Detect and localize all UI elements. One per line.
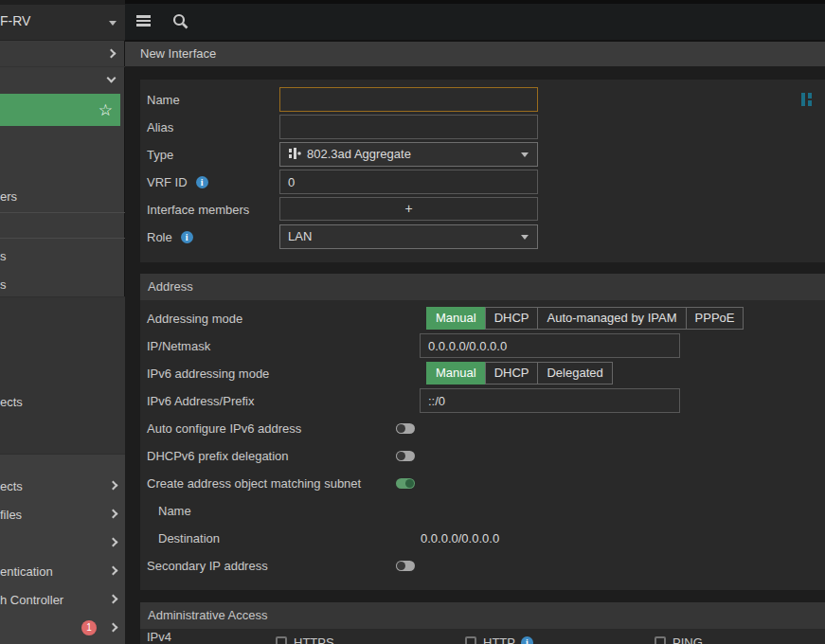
info-icon[interactable] (521, 636, 533, 644)
chevron-right-icon (109, 510, 118, 519)
sidebar-item[interactable] (0, 528, 125, 557)
alias-label: Alias (147, 114, 173, 141)
segment-dhcp[interactable]: DHCP (485, 307, 539, 330)
device-name: F-RV (0, 13, 30, 28)
secondary-ip-toggle[interactable] (396, 561, 415, 571)
sidebar-item[interactable]: entication (0, 557, 125, 585)
object-destination-label: Destination (158, 525, 220, 552)
interface-form-panel: Name Alias Type (140, 80, 825, 262)
segment-manual[interactable]: Manual (426, 307, 486, 330)
sidebar-item-label: ers (0, 189, 17, 204)
sidebar-item[interactable]: s (0, 270, 125, 298)
favorite-star-icon[interactable]: ☆ (99, 100, 113, 120)
https-label: HTTPS (294, 636, 334, 644)
ping-label: PING (673, 636, 703, 644)
ping-checkbox[interactable] (655, 636, 666, 644)
sidebar-divider (0, 238, 125, 239)
segment-ipv6-delegated[interactable]: Delegated (537, 362, 612, 385)
address-panel: Addressing mode Manual DHCP Auto-managed… (140, 300, 825, 590)
auto-ipv6-toggle[interactable] (396, 423, 415, 434)
ipv4-label: IPv4 (147, 630, 171, 644)
vrf-label: VRF ID (147, 169, 208, 196)
ip-netmask-input[interactable] (420, 333, 680, 358)
sidebar-submenu-block: ects (0, 296, 125, 454)
create-address-object-toggle[interactable] (396, 478, 415, 489)
notification-badge: 1 (81, 620, 97, 635)
ipv6-address-input[interactable] (420, 388, 680, 413)
dhcpv6-pd-label: DHCPv6 prefix delegation (147, 442, 289, 470)
sidebar-item[interactable]: s (0, 242, 125, 270)
http-option[interactable]: HTTP (465, 636, 533, 644)
vrf-input[interactable] (279, 170, 538, 194)
aggregate-interface-icon (801, 92, 813, 107)
role-dropdown[interactable]: LAN (279, 224, 538, 249)
chevron-right-icon (109, 481, 118, 491)
chevron-right-icon (109, 538, 118, 547)
https-checkbox[interactable] (276, 636, 287, 644)
type-dropdown[interactable]: 802.3ad Aggregate (279, 142, 538, 167)
sidebar-item[interactable]: ects (0, 472, 125, 500)
name-input[interactable] (279, 87, 538, 112)
aggregate-type-icon (288, 147, 301, 160)
page-title: New Interface (125, 42, 825, 66)
role-label: Role (147, 224, 193, 251)
role-value: LAN (288, 229, 312, 243)
object-name-label: Name (158, 497, 191, 525)
segment-ipv6-manual[interactable]: Manual (426, 362, 486, 385)
chevron-down-icon (107, 74, 117, 83)
auto-ipv6-label: Auto configure IPv6 address (147, 415, 301, 442)
dhcpv6-pd-toggle[interactable] (396, 451, 415, 461)
addressing-mode-label: Addressing mode (147, 305, 242, 332)
https-option[interactable]: HTTPS (276, 636, 334, 644)
type-value: 802.3ad Aggregate (307, 147, 411, 161)
sidebar-item-label: entication (0, 564, 53, 579)
sidebar-item[interactable]: files (0, 500, 125, 528)
create-address-object-label: Create address object matching subnet (147, 470, 361, 497)
main-content: Name Alias Type (125, 66, 825, 644)
ipv6-mode-segments: Manual DHCP Delegated (426, 362, 613, 385)
chevron-right-icon (109, 595, 118, 604)
ip-netmask-label: IP/Netmask (147, 332, 210, 360)
sidebar-menu-block: ects files entication h Controller 1 (0, 454, 125, 644)
sidebar-item[interactable]: 1 (0, 614, 125, 642)
search-icon[interactable] (172, 13, 188, 29)
alias-input[interactable] (279, 115, 538, 139)
admin-access-section-header: Administrative Access (140, 602, 825, 629)
sidebar-item[interactable]: ects (0, 387, 125, 416)
admin-access-panel: IPv4 HTTPS HTTP PING (140, 629, 825, 644)
ping-option[interactable]: PING (655, 636, 703, 644)
segment-pppoe[interactable]: PPPoE (686, 307, 744, 330)
add-interface-member-button[interactable]: + (279, 197, 538, 221)
secondary-ip-label: Secondary IP address (147, 552, 268, 580)
interface-members-label: Interface members (147, 196, 249, 224)
object-destination-value: 0.0.0.0/0.0.0.0 (421, 525, 499, 552)
addressing-mode-segments: Manual DHCP Auto-managed by IPAM PPPoE (426, 307, 744, 330)
chevron-right-icon (109, 623, 118, 633)
device-selector[interactable]: F-RV (0, 0, 125, 41)
ipv6-mode-label: IPv6 addressing mode (147, 360, 269, 387)
segment-ipv6-dhcp[interactable]: DHCP (485, 362, 539, 385)
chevron-down-icon (521, 235, 529, 240)
sidebar-item[interactable]: h Controller (0, 585, 125, 614)
info-icon[interactable] (181, 231, 193, 243)
menu-hamburger-icon[interactable] (136, 15, 151, 27)
sidebar: F-RV ☆ ers s s ects ect (0, 0, 125, 644)
sidebar-item-label: s (0, 277, 7, 292)
sidebar-item-label: s (0, 249, 7, 263)
sidebar-item-label: ects (0, 479, 23, 493)
top-bar (125, 0, 825, 42)
http-label: HTTP (483, 636, 533, 644)
chevron-down-icon (109, 21, 117, 26)
sidebar-item-expanded[interactable] (0, 67, 125, 94)
segment-ipam[interactable]: Auto-managed by IPAM (537, 307, 686, 330)
app-window: F-RV ☆ ers s s ects ect (0, 0, 825, 644)
sidebar-item-label: ects (0, 395, 23, 409)
name-label: Name (147, 86, 180, 114)
sidebar-item-selected[interactable]: ☆ (0, 94, 120, 126)
chevron-down-icon (521, 152, 529, 157)
sidebar-item-collapsed[interactable] (0, 41, 125, 67)
http-checkbox[interactable] (465, 636, 476, 644)
ipv6-address-label: IPv6 Address/Prefix (147, 387, 254, 415)
sidebar-item[interactable]: ers (0, 183, 125, 211)
info-icon[interactable] (196, 176, 208, 188)
